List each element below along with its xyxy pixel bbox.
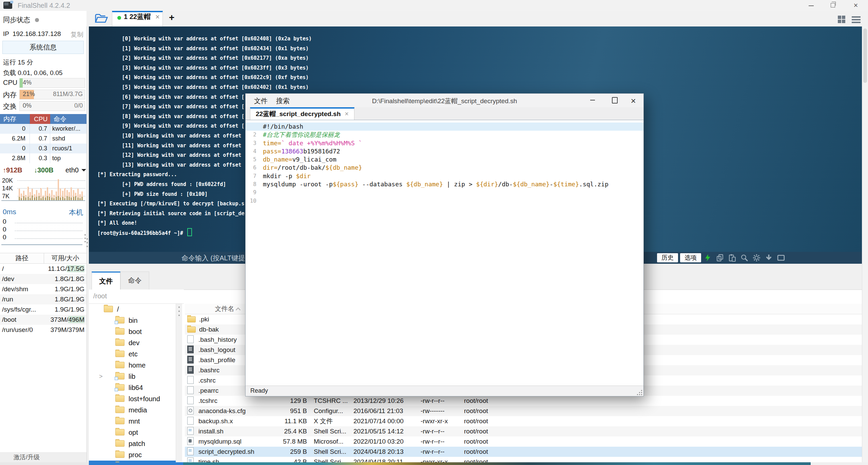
gear-icon[interactable] bbox=[752, 254, 761, 262]
tree-item[interactable]: proc bbox=[89, 449, 176, 461]
tree-item[interactable]: mnt bbox=[89, 416, 176, 427]
session-tab[interactable]: 1 22蓝帽× bbox=[112, 11, 163, 26]
file-row[interactable]: mysqldump.sql57.8 MBMicrosof...2022/01/1… bbox=[185, 436, 862, 447]
folder-icon bbox=[115, 440, 124, 447]
editor-maximize-button[interactable] bbox=[608, 95, 621, 105]
resize-grip-icon[interactable] bbox=[637, 390, 642, 395]
ping-host[interactable]: 本机 bbox=[69, 208, 83, 217]
history-button[interactable]: 历史 bbox=[657, 253, 678, 262]
editor-body[interactable]: 12345678910 #!/bin/bash#台北下着雪你说那是保丽龙time… bbox=[246, 120, 643, 386]
process-header-cell[interactable]: 命令 bbox=[50, 114, 86, 124]
tab-files[interactable]: 文件 bbox=[92, 272, 120, 290]
tree-item[interactable]: media bbox=[89, 405, 176, 416]
minimize-button[interactable] bbox=[802, 0, 821, 11]
code-line: mkdir -p $dir bbox=[260, 172, 643, 180]
tree-item[interactable]: bin bbox=[89, 315, 176, 326]
process-cell: 0 bbox=[0, 124, 30, 134]
copy-icon[interactable] bbox=[716, 254, 724, 262]
disk-row[interactable]: /run/user/0379M/379M bbox=[0, 325, 86, 335]
tree-item[interactable]: patch bbox=[89, 438, 176, 449]
tree-item[interactable]: boot bbox=[89, 326, 176, 337]
editor-minimize-button[interactable] bbox=[586, 95, 599, 102]
tab-commands[interactable]: 命令 bbox=[120, 272, 149, 290]
activate-upgrade[interactable]: 激活/升级 bbox=[0, 452, 86, 462]
path-row: /root bbox=[89, 290, 184, 304]
tab-close-icon[interactable]: × bbox=[155, 13, 160, 21]
disk-row[interactable]: /dev/shm1.9G/1.9G bbox=[0, 284, 86, 294]
process-row[interactable]: 2.8M0.3top bbox=[0, 153, 86, 163]
process-header-cell[interactable]: 内存 bbox=[0, 114, 30, 124]
process-row[interactable]: 00.3rcuos/1 bbox=[0, 144, 86, 153]
open-folder-icon[interactable] bbox=[95, 13, 108, 24]
download-rate: ↓300B bbox=[34, 166, 54, 174]
tree-item-label: proc bbox=[129, 451, 142, 459]
close-button[interactable]: × bbox=[846, 0, 865, 11]
tree-item[interactable]: dev bbox=[89, 337, 176, 349]
disk-row[interactable]: /sys/fs/cgr...1.9G/1.9G bbox=[0, 304, 86, 315]
file-perms: -rw------- bbox=[419, 406, 462, 416]
disk-row[interactable]: /dev1.8G/1.8G bbox=[0, 274, 86, 284]
tree-item[interactable]: home bbox=[89, 360, 176, 371]
file-name: script_decrypted.sh bbox=[185, 447, 270, 457]
file-type: Configur... bbox=[307, 406, 352, 416]
file-row[interactable]: anaconda-ks.cfg951 BConfigur...2016/06/1… bbox=[185, 406, 862, 416]
download-icon[interactable] bbox=[765, 254, 773, 262]
paste-icon[interactable] bbox=[728, 254, 736, 262]
path-input[interactable]: /root bbox=[93, 292, 107, 300]
copy-ip-button[interactable]: 复制 bbox=[71, 30, 83, 39]
tree-item[interactable]: / bbox=[89, 304, 176, 315]
file-type: Shell Scri... bbox=[307, 426, 352, 436]
code-line: dir=/root/db-bak/${db_name} bbox=[260, 164, 643, 172]
interface-dropdown[interactable]: eth0 bbox=[65, 166, 86, 174]
search-icon[interactable] bbox=[740, 254, 749, 262]
sidebar-splitter[interactable] bbox=[86, 236, 89, 247]
tree-item[interactable]: opt bbox=[89, 427, 176, 438]
tree-item[interactable]: lib64 bbox=[89, 382, 176, 393]
new-tab-button[interactable]: + bbox=[169, 12, 174, 23]
system-info-button[interactable]: 系统信息 bbox=[2, 41, 84, 54]
code-area[interactable]: #!/bin/bash#台北下着雪你说那是保丽龙time=` date +%Y%… bbox=[260, 120, 643, 386]
tree-item[interactable]: >lib bbox=[89, 371, 176, 382]
lightning-icon[interactable] bbox=[703, 254, 712, 262]
process-row[interactable]: 6.2M0.7sshd bbox=[0, 134, 86, 144]
tree-expander-icon[interactable]: > bbox=[99, 371, 103, 382]
disk-path: /sys/fs/cgr... bbox=[2, 304, 36, 315]
main-scrollbar[interactable] bbox=[862, 26, 868, 462]
editor-tab[interactable]: 22蓝帽_script_decrypted.sh× bbox=[250, 107, 354, 120]
chevron-down-icon bbox=[81, 169, 86, 174]
tree-item[interactable]: lost+found bbox=[89, 393, 176, 405]
file-row[interactable]: script_decrypted.sh259 BShell Scri...202… bbox=[185, 447, 862, 457]
file-row[interactable]: time.sh42 BShell Scri...2024/04/18 20:11… bbox=[185, 457, 862, 462]
window-icon[interactable] bbox=[777, 254, 785, 262]
file-owner: root/root bbox=[462, 457, 503, 462]
ping-row: 0 bbox=[3, 218, 82, 226]
file-row[interactable]: .tcshrc129 BTCSHRC ...2013/12/29 10:26-r… bbox=[185, 396, 862, 406]
process-header-cell[interactable]: CPU bbox=[30, 114, 50, 124]
editor-close-button[interactable]: × bbox=[626, 95, 640, 107]
tree-item-label: patch bbox=[129, 440, 145, 447]
sync-status: 同步状态 bbox=[3, 15, 39, 24]
options-button[interactable]: 选项 bbox=[680, 253, 701, 262]
restore-button[interactable] bbox=[823, 0, 842, 11]
file-size: 129 B bbox=[270, 396, 307, 406]
file-row[interactable]: backup.sh.x11.1 KBX 文件2021/07/14 00:00-r… bbox=[185, 416, 862, 426]
file-row[interactable]: install.sh25.4 KBShell Scri...2021/05/15… bbox=[185, 426, 862, 436]
process-row[interactable]: 00.7kworker/... bbox=[0, 124, 86, 134]
drag-handle-icon[interactable] bbox=[84, 232, 86, 244]
disk-row[interactable]: /boot373M/496M bbox=[0, 315, 86, 325]
net-bar bbox=[81, 177, 83, 200]
command-input[interactable]: 命令输入 (按ALT键提 bbox=[181, 254, 245, 263]
tree-scrollbar[interactable] bbox=[176, 304, 182, 462]
disk-row[interactable]: /run1.8G/1.9G bbox=[0, 294, 86, 304]
terminal-line: [3] Working with var address at offset [… bbox=[97, 63, 312, 73]
file-owner: root/root bbox=[462, 436, 503, 447]
file-icon bbox=[187, 458, 194, 462]
grid-layout-icon[interactable] bbox=[838, 16, 846, 24]
tree-item[interactable]: etc bbox=[89, 349, 176, 360]
disk-size: 1.8G/1.8G bbox=[55, 274, 84, 284]
menu-icon[interactable] bbox=[852, 16, 861, 24]
disk-row[interactable]: /11.1G/17.5G bbox=[0, 264, 86, 274]
terminal-line: [5] Working with var address at offset [… bbox=[97, 82, 312, 92]
editor-tabbar: 22蓝帽_script_decrypted.sh× bbox=[246, 107, 643, 120]
editor-tab-close-icon[interactable]: × bbox=[345, 110, 349, 117]
